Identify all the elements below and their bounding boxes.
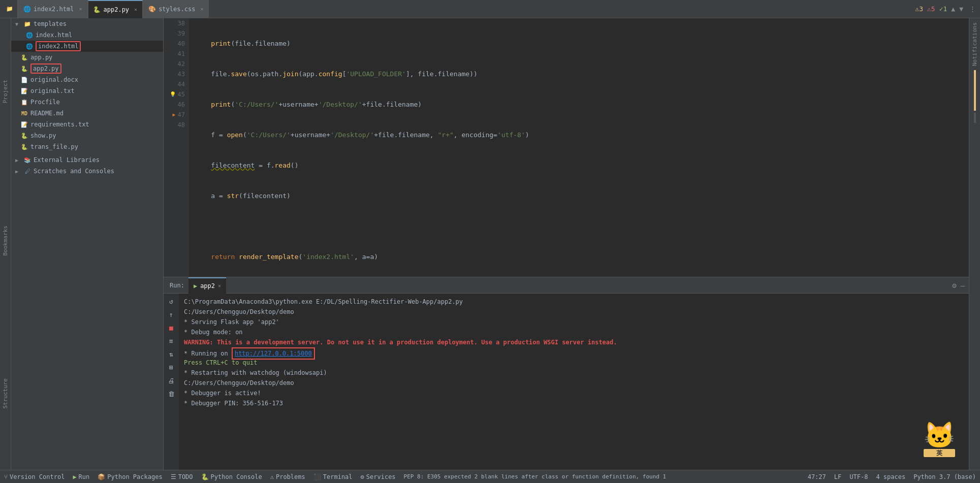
html-icon-index: 🌐: [25, 31, 34, 39]
todo-icon: ☰: [171, 473, 176, 480]
sidebar-item-index-html[interactable]: 🌐 index.html: [11, 29, 163, 41]
run-btn[interactable]: ▶ Run: [73, 473, 89, 480]
py-icon-app: 🐍: [20, 53, 28, 61]
structure-label[interactable]: Structure: [2, 372, 9, 415]
py-file-icon: 🐍: [93, 6, 101, 13]
bottom-right: 47:27 LF UTF-8 4 spaces Python 3.7 (base…: [808, 473, 976, 480]
sidebar-item-app-py[interactable]: 🐍 app.py: [11, 52, 163, 63]
code-editor: 38 39 40 41 42 43 44 💡 45 46 ▶ 47: [164, 18, 969, 277]
sidebar-item-show-py[interactable]: 🐍 show.py: [11, 130, 163, 141]
todo-btn[interactable]: ☰ TODO: [171, 473, 193, 480]
sidebar-item-readme[interactable]: MD README.md: [11, 108, 163, 119]
sidebar-item-original-txt[interactable]: 📝 original.txt: [11, 85, 163, 96]
trash-button[interactable]: 🗑: [166, 388, 177, 399]
procfile-label: Procfile: [30, 99, 60, 106]
output-line-2: C:/Users/Chengguo/Desktop/demo: [184, 307, 964, 317]
readme-label: README.md: [30, 110, 64, 117]
run-tab-bar: Run: ▶ app2 ✕ ⚙ —: [164, 277, 969, 294]
layout-button[interactable]: ⊞: [166, 362, 177, 373]
stop-button[interactable]: ■: [166, 322, 177, 333]
sidebar-item-index2-html[interactable]: 🌐 index2.html: [11, 41, 163, 52]
line-sep[interactable]: LF: [834, 473, 841, 480]
sidebar-item-requirements[interactable]: 📝 requirements.txt: [11, 119, 163, 130]
scratches-label: Scratches and Consoles: [34, 168, 114, 175]
settings-icon[interactable]: ⚙: [952, 281, 956, 289]
run-tab-app2-label: app2: [200, 282, 215, 289]
terminal-label: Terminal: [323, 473, 353, 480]
close-tab-index2[interactable]: ✕: [79, 6, 82, 12]
run-tab-app2[interactable]: ▶ app2 ✕: [188, 277, 226, 294]
close-tab-app2[interactable]: ✕: [134, 7, 137, 12]
run-label: Run:: [166, 282, 188, 289]
procfile-icon: 📋: [20, 98, 28, 106]
project-label[interactable]: Project: [2, 74, 9, 109]
filter-button[interactable]: ≡: [166, 335, 177, 346]
expand-icon-scratches: ▶: [15, 169, 21, 174]
output-line-4: * Debug mode: on: [184, 327, 964, 337]
pin-button[interactable]: ⇅: [166, 348, 177, 360]
requirements-icon: 📝: [20, 120, 28, 128]
problems-btn[interactable]: ⚠ Problems: [270, 473, 305, 480]
output-line-pin: * Debugger PIN: 356-516-173: [184, 398, 964, 408]
code-line-39: file.save(os.path.join(app.config['UPLOA…: [195, 69, 969, 79]
folder-icon-templates: 📁: [23, 20, 31, 28]
close-run-tab[interactable]: ✕: [218, 283, 221, 288]
server-url-link[interactable]: http://127.0.0.1:5000: [235, 350, 312, 357]
collapse-icon: ▼: [15, 21, 21, 27]
python-packages-btn[interactable]: 📦 Python Packages: [98, 473, 162, 480]
scroll-up-button[interactable]: ↑: [166, 309, 177, 320]
docx-icon: 📄: [20, 76, 28, 84]
code-run-area: 38 39 40 41 42 43 44 💡 45 46 ▶ 47: [164, 18, 969, 470]
sidebar-item-original-docx[interactable]: 📄 original.docx: [11, 74, 163, 85]
console-icon: 🐍: [201, 473, 209, 480]
indent-type[interactable]: 4 spaces: [876, 473, 905, 480]
warning-orange[interactable]: ⚠5: [927, 5, 935, 13]
python-console-btn[interactable]: 🐍 Python Console: [201, 473, 262, 480]
tab-styles-css[interactable]: 🎨 styles.css ✕: [143, 0, 209, 18]
sidebar-item-scratches[interactable]: ▶ 🖊 Scratches and Consoles: [11, 166, 163, 177]
code-line-45: return render_template('index2.html', a=…: [195, 252, 969, 262]
python-version[interactable]: Python 3.7 (base): [913, 473, 976, 480]
index2-html-label: index2.html: [36, 41, 81, 51]
output-line-warning: WARNING: This is a development server. D…: [184, 337, 964, 347]
tab-index2-html[interactable]: 🌐 index2.html ✕: [18, 0, 88, 18]
templates-label: templates: [34, 20, 67, 27]
gutter-bulb-45: 💡: [170, 89, 176, 100]
sidebar-item-app2-py[interactable]: 🐍 app2.py: [11, 63, 163, 74]
notification-stripe: [974, 70, 976, 111]
expand-icon-extlibs: ▶: [15, 157, 21, 163]
encoding[interactable]: UTF-8: [849, 473, 868, 480]
version-control-btn[interactable]: ⑂ Version Control: [4, 473, 65, 480]
sidebar-item-trans-file[interactable]: 🐍 trans_file.py: [11, 141, 163, 152]
terminal-btn[interactable]: ⬛ Terminal: [313, 473, 353, 480]
check-green[interactable]: ✓1: [939, 5, 947, 13]
services-btn[interactable]: ⚙ Services: [361, 473, 396, 480]
problems-icon: ⚠: [270, 473, 274, 480]
nav-down[interactable]: ▼: [959, 5, 963, 13]
bookmarks-label[interactable]: Bookmarks: [2, 219, 9, 262]
minimize-icon[interactable]: —: [961, 281, 965, 289]
file-tree: ▼ 📁 templates 🌐 index.html 🌐 index2.html…: [11, 18, 164, 470]
more-options-icon[interactable]: ⋮: [969, 5, 976, 13]
run-left-bar: ↺ ↑ ■ ≡ ⇅ ⊞ 🖨 🗑: [164, 294, 179, 470]
notifications-sidebar: Notifications: [969, 18, 980, 470]
close-tab-styles[interactable]: ✕: [200, 6, 203, 12]
python-packages-label: Python Packages: [107, 473, 162, 480]
app-py-label: app.py: [30, 54, 52, 61]
warning-indicators: ⚠3 ⚠5 ✓1 ▲ ▼: [915, 5, 969, 13]
run-play-icon: ▶: [194, 282, 197, 289]
tab-app2-py[interactable]: 🐍 app2.py ✕: [88, 0, 143, 18]
sidebar-item-external-libs[interactable]: ▶ 📚 External Libraries: [11, 154, 163, 166]
requirements-label: requirements.txt: [30, 121, 89, 128]
nav-up[interactable]: ▲: [951, 5, 955, 13]
index-html-label: index.html: [36, 31, 72, 39]
warning-yellow[interactable]: ⚠3: [915, 5, 923, 13]
output-line-watchdog: * Restarting with watchdog (windowsapi): [184, 368, 964, 378]
mascot-emoji: 🐱 英: [924, 423, 955, 457]
print-button[interactable]: 🖨: [166, 375, 177, 386]
rerun-button[interactable]: ↺: [166, 296, 177, 307]
cursor-position[interactable]: 47:27: [808, 473, 826, 480]
sidebar-item-templates[interactable]: ▼ 📁 templates: [11, 18, 163, 29]
notifications-label[interactable]: Notifications: [971, 22, 978, 66]
sidebar-item-procfile[interactable]: 📋 Procfile: [11, 96, 163, 108]
